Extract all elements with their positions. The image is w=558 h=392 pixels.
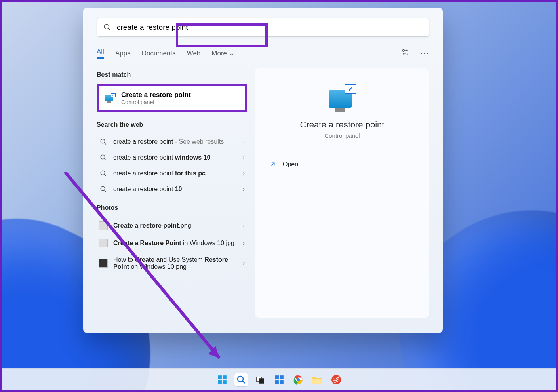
svg-rect-17 [223, 380, 227, 384]
svg-marker-13 [208, 346, 219, 358]
svg-point-28 [296, 378, 300, 381]
app-icon-todoist[interactable] [329, 373, 343, 386]
svg-line-9 [104, 174, 106, 176]
taskbar [2, 368, 556, 390]
result-label: create a restore point 10 [113, 186, 237, 193]
result-label: create a restore point windows 10 [113, 154, 237, 161]
svg-rect-29 [312, 379, 322, 384]
preview-title: Create a restore point [267, 120, 417, 130]
open-external-icon [269, 161, 276, 168]
divider [267, 151, 417, 151]
svg-line-1 [109, 29, 110, 30]
chevron-right-icon: › [243, 138, 245, 145]
web-result[interactable]: create a restore point - See web results… [97, 134, 247, 150]
web-result[interactable]: create a restore point for this pc › [97, 166, 247, 181]
result-subtitle: Control panel [121, 99, 191, 105]
svg-rect-14 [218, 375, 222, 379]
photo-result[interactable]: How to Create and Use System Restore Poi… [97, 252, 247, 275]
svg-point-10 [101, 186, 105, 191]
photo-result[interactable]: Create a Restore Point in Windows 10.jpg… [97, 234, 247, 252]
svg-rect-22 [275, 375, 279, 379]
svg-rect-15 [223, 375, 227, 379]
search-icon [99, 154, 108, 161]
photo-result[interactable]: Create a restore point.png › [97, 217, 247, 234]
svg-rect-25 [280, 380, 284, 384]
preview-pane: ✓ Create a restore point Control panel O… [255, 68, 429, 318]
search-box[interactable] [97, 18, 429, 37]
svg-rect-24 [275, 380, 279, 384]
chevron-right-icon: › [243, 260, 245, 267]
chevron-right-icon: › [243, 170, 245, 177]
section-best-match: Best match [97, 71, 247, 78]
tab-web[interactable]: Web [187, 49, 201, 57]
result-title: Create a restore point [121, 91, 191, 99]
image-thumb-icon [99, 221, 108, 230]
svg-rect-23 [280, 375, 284, 379]
svg-point-3 [406, 53, 408, 55]
web-result[interactable]: create a restore point 10 › [97, 181, 247, 197]
open-label: Open [283, 161, 298, 168]
search-icon [99, 186, 108, 193]
section-photos: Photos [97, 204, 247, 211]
best-match-result[interactable]: ✓ Create a restore point Control panel [97, 84, 247, 112]
svg-point-0 [105, 25, 109, 29]
chrome-icon[interactable] [291, 373, 305, 386]
image-thumb-icon [99, 259, 108, 268]
svg-rect-21 [259, 379, 264, 383]
taskbar-search-button[interactable] [234, 373, 248, 386]
result-label: Create a restore point.png [113, 222, 237, 229]
account-switch-icon[interactable] [401, 48, 409, 58]
chevron-right-icon: › [243, 154, 245, 161]
widgets-button[interactable] [272, 373, 286, 386]
tab-more[interactable]: More ⌄ [211, 49, 234, 57]
chevron-down-icon: ⌄ [229, 49, 234, 57]
system-properties-large-icon: ✓ [328, 84, 356, 112]
system-properties-icon: ✓ [105, 93, 116, 103]
task-view-button[interactable] [253, 373, 267, 386]
result-label: Create a Restore Point in Windows 10.jpg [113, 240, 237, 247]
tab-all[interactable]: All [97, 48, 104, 59]
svg-line-11 [104, 190, 106, 192]
open-action[interactable]: Open [267, 158, 417, 171]
svg-point-2 [403, 49, 405, 51]
svg-point-30 [331, 375, 341, 384]
filter-tabs: All Apps Documents Web More ⌄ ··· [97, 48, 429, 59]
svg-line-19 [242, 381, 245, 383]
web-result[interactable]: create a restore point windows 10 › [97, 150, 247, 166]
results-column: Best match ✓ Create a restore point Cont… [97, 68, 247, 318]
windows-search-panel: All Apps Documents Web More ⌄ ··· Best m… [83, 8, 443, 333]
svg-line-7 [104, 158, 106, 160]
file-explorer-icon[interactable] [310, 373, 324, 386]
svg-point-4 [101, 139, 105, 143]
preview-subtitle: Control panel [267, 132, 417, 139]
result-label: create a restore point - See web results [113, 138, 237, 145]
search-icon [103, 23, 111, 31]
section-search-web: Search the web [97, 121, 247, 128]
chevron-right-icon: › [243, 222, 245, 229]
result-label: create a restore point for this pc [113, 170, 237, 177]
svg-point-6 [101, 155, 105, 159]
chevron-right-icon: › [243, 240, 245, 247]
start-button[interactable] [215, 373, 229, 386]
tab-apps[interactable]: Apps [115, 49, 131, 57]
more-options-icon[interactable]: ··· [420, 49, 429, 58]
image-thumb-icon [99, 239, 108, 247]
chevron-right-icon: › [243, 186, 245, 193]
search-icon [99, 170, 108, 177]
result-label: How to Create and Use System Restore Poi… [113, 256, 237, 270]
svg-point-18 [238, 376, 243, 382]
search-input[interactable] [117, 23, 423, 32]
tab-documents[interactable]: Documents [142, 49, 176, 57]
svg-point-8 [101, 171, 105, 175]
svg-line-5 [104, 143, 106, 145]
search-icon [99, 138, 108, 145]
svg-rect-16 [218, 380, 222, 384]
